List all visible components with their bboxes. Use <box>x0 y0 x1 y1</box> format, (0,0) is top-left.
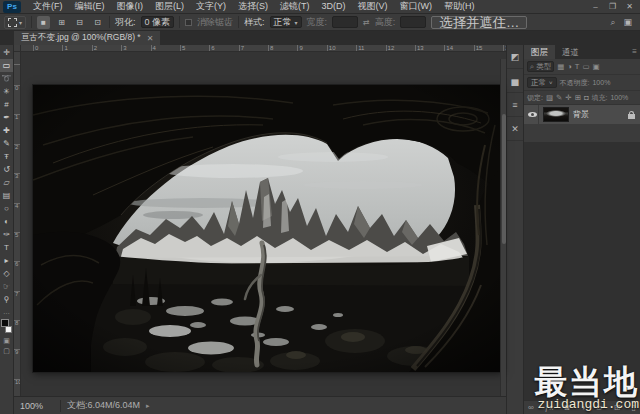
menu-item[interactable]: 图层(L) <box>149 0 190 13</box>
tool-button[interactable]: ✎ <box>0 137 13 150</box>
layers-footer-icon[interactable]: ƒx <box>545 403 553 412</box>
tool-button[interactable]: ➰ <box>0 72 13 85</box>
menu-item[interactable]: 视图(V) <box>352 0 394 13</box>
feather-input[interactable]: 0 像素 <box>141 16 175 28</box>
quick-mask-icon[interactable]: ▣ <box>0 336 13 346</box>
layers-footer-icon[interactable]: ▯ <box>632 403 636 412</box>
panel-dock: ◩▅≡✕ <box>506 45 524 414</box>
width-input[interactable] <box>332 16 358 28</box>
lock-option-icon[interactable]: ⊞ <box>575 93 581 102</box>
tool-button[interactable]: ○ <box>0 202 13 215</box>
opacity-value[interactable]: 100% <box>592 79 610 86</box>
tool-button[interactable]: Ŧ <box>0 150 13 163</box>
select-and-mask-button[interactable]: 选择并遮住… <box>431 16 527 29</box>
document-tab[interactable]: 亘古不变.jpg @ 100%(RGB/8) * ✕ <box>14 31 160 45</box>
layer-filter-icon[interactable]: ▣ <box>593 62 600 71</box>
tab-layers[interactable]: 图层 <box>524 45 555 59</box>
layer-thumbnail[interactable] <box>543 107 569 122</box>
zoom-level-input[interactable]: 100% <box>20 401 54 411</box>
style-dropdown[interactable]: 正常 ▾ <box>270 16 302 28</box>
tool-button[interactable]: ✒ <box>0 111 13 124</box>
fill-label: 填充: <box>591 93 607 103</box>
dock-panel-button[interactable]: ✕ <box>507 117 523 141</box>
lock-option-icon[interactable]: ✛ <box>565 93 571 102</box>
workspace-switcher-icon[interactable]: ▣ <box>623 17 632 27</box>
layers-footer-icon[interactable]: ◑ <box>580 403 585 412</box>
close-icon[interactable]: ✕ <box>621 0 638 13</box>
tool-button[interactable]: ▭ <box>0 59 13 72</box>
blend-mode-dropdown[interactable]: 正常 ˅ <box>527 77 557 88</box>
tool-button[interactable]: ◐ <box>0 215 13 228</box>
menu-item[interactable]: 编辑(E) <box>69 0 111 13</box>
menu-item[interactable]: 文件(F) <box>27 0 69 13</box>
canvas-photo[interactable] <box>33 85 503 372</box>
menu-item[interactable]: 文字(Y) <box>190 0 232 13</box>
filter-kind-dropdown[interactable]: ⌕ 类型 <box>527 61 554 72</box>
vertical-scrollbar[interactable] <box>500 59 506 403</box>
tool-button[interactable]: ⚲ <box>0 293 13 306</box>
background-color-swatch[interactable] <box>5 326 12 333</box>
tool-preset-dropdown[interactable]: ▾ <box>4 16 26 29</box>
layers-footer-icon[interactable]: ◙ <box>564 403 569 412</box>
scrollbar-thumb[interactable] <box>502 114 506 244</box>
minimize-icon[interactable]: – <box>587 0 604 13</box>
lock-option-icon[interactable]: ◘ <box>584 93 589 102</box>
tool-button[interactable]: ↺ <box>0 163 13 176</box>
search-icon[interactable]: ⌕ <box>610 17 615 28</box>
tool-button[interactable]: ✳ <box>0 85 13 98</box>
tool-button[interactable]: ✑ <box>0 228 13 241</box>
layers-footer-icon[interactable]: ⊞ <box>614 403 621 412</box>
menu-item[interactable]: 图像(I) <box>111 0 150 13</box>
tool-button[interactable]: ▱ <box>0 176 13 189</box>
color-swatches[interactable] <box>0 318 13 334</box>
layers-footer-icon[interactable]: ▱ <box>596 403 602 412</box>
menu-item[interactable]: 窗口(W) <box>394 0 439 13</box>
height-label: 高度: <box>375 16 396 29</box>
menu-item[interactable]: 帮助(H) <box>438 0 481 13</box>
dock-panel-button[interactable]: ◩ <box>507 45 523 69</box>
fill-value[interactable]: 100% <box>610 94 628 101</box>
lock-option-icon[interactable]: ▨ <box>546 93 553 102</box>
antialias-checkbox[interactable] <box>185 19 192 26</box>
restore-icon[interactable]: ❐ <box>604 0 621 13</box>
visibility-toggle[interactable] <box>526 105 539 124</box>
close-tab-icon[interactable]: ✕ <box>147 34 154 43</box>
lock-option-icon[interactable]: ✎ <box>556 93 562 102</box>
tool-button[interactable]: ▤ <box>0 189 13 202</box>
tab-channels[interactable]: 通道 <box>555 45 586 59</box>
layer-filter-icon[interactable]: T <box>575 62 580 71</box>
menu-item[interactable]: 滤镜(T) <box>274 0 316 13</box>
search-icon: ⌕ <box>530 62 534 72</box>
tool-button[interactable]: ◇ <box>0 267 13 280</box>
layers-footer-icon[interactable]: ∞ <box>528 403 534 412</box>
tool-button[interactable]: # <box>0 98 13 111</box>
edit-toolbar-icon[interactable]: … <box>0 306 13 316</box>
foreground-color-swatch[interactable] <box>1 319 9 327</box>
selection-mode-button[interactable]: ⊟ <box>73 16 86 29</box>
dock-panel-button[interactable]: ≡ <box>507 93 523 117</box>
tool-button[interactable]: ▸ <box>0 254 13 267</box>
selection-mode-button[interactable]: ⊡ <box>91 16 104 29</box>
tool-button[interactable]: ✚ <box>0 124 13 137</box>
selection-mode-button[interactable]: ■ <box>37 16 50 29</box>
layer-row-background[interactable]: 背景 <box>524 105 640 124</box>
ruler-origin[interactable] <box>14 45 21 52</box>
screen-mode-icon[interactable]: ▢ <box>0 346 13 356</box>
menu-item[interactable]: 选择(S) <box>232 0 274 13</box>
selection-mode-button[interactable]: ⊞ <box>55 16 68 29</box>
swap-dimensions-icon[interactable]: ⇄ <box>363 18 370 27</box>
tool-button[interactable]: ✛ <box>0 46 13 59</box>
layer-filter-icon[interactable]: ▦ <box>557 62 564 71</box>
layer-filter-icon[interactable]: ▭ <box>582 62 589 71</box>
height-input[interactable] <box>400 16 426 28</box>
status-expander-icon[interactable]: ▸ <box>146 402 150 410</box>
dock-panel-button[interactable]: ▅ <box>507 69 523 93</box>
layer-name: 背景 <box>573 109 589 120</box>
layer-filter-icon[interactable]: ◑ <box>567 62 572 71</box>
menu-item[interactable]: 3D(D) <box>316 0 352 13</box>
tool-button[interactable]: T <box>0 241 13 254</box>
canvas-area[interactable] <box>21 52 506 396</box>
panel-menu-icon[interactable]: ≡ <box>632 45 640 59</box>
marquee-icon <box>8 18 17 27</box>
tool-button[interactable]: ☞ <box>0 280 13 293</box>
